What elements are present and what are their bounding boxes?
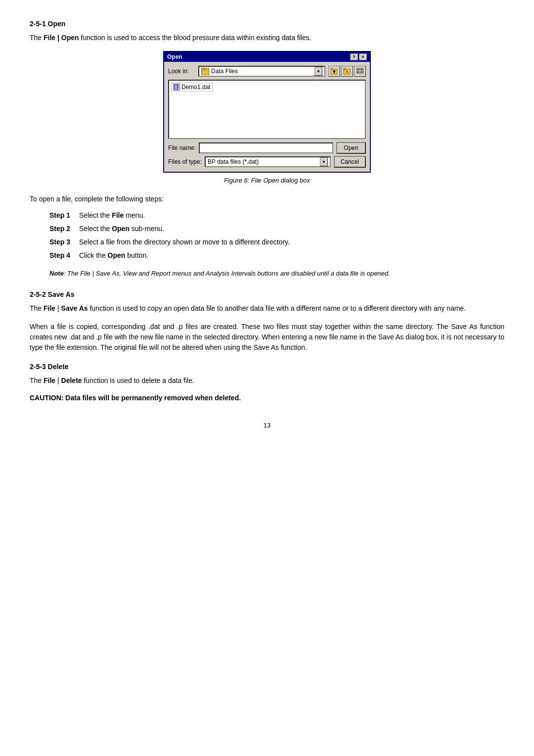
new-folder-button[interactable]: + <box>341 66 353 77</box>
intro-252: The File | Save As function is used to c… <box>30 303 504 314</box>
steps-intro: To open a file, complete the following s… <box>30 194 504 204</box>
look-in-combo[interactable]: Data Files ▼ <box>198 66 325 77</box>
para-252: When a file is copied, corresponding .da… <box>30 322 504 353</box>
titlebar-controls: ? × <box>350 53 367 60</box>
filetype-combo-arrow-icon[interactable]: ▼ <box>320 157 328 166</box>
svg-rect-9 <box>360 68 363 70</box>
step-3: Step 3 Select a file from the directory … <box>49 237 504 247</box>
toolbar-buttons: + <box>328 66 366 77</box>
file-icon <box>173 84 180 91</box>
note-text: Note: The File | Save As, View and Repor… <box>49 270 390 277</box>
note-box: Note: The File | Save As, View and Repor… <box>49 269 485 279</box>
svg-rect-1 <box>202 69 205 70</box>
filename-row: File name: Open <box>168 142 366 154</box>
step-4-text: Click the Open button. <box>79 250 504 261</box>
look-in-value-container: Data Files <box>201 68 238 75</box>
intro-253: The File | Delete function is used to de… <box>30 376 504 386</box>
step-2-text: Select the Open sub-menu. <box>79 224 504 234</box>
filetype-row: Files of type: BP data files (*.dat) ▼ C… <box>168 156 366 168</box>
open-dialog: Open ? × Look in: <box>163 51 371 173</box>
combo-arrow-icon[interactable]: ▼ <box>314 67 322 76</box>
dialog-title: Open <box>167 53 182 60</box>
step-4: Step 4 Click the Open button. <box>49 250 504 261</box>
svg-text:+: + <box>346 70 349 74</box>
up-folder-button[interactable] <box>328 66 340 77</box>
section-heading-253: 2-5-3 Delete <box>30 363 504 371</box>
file-item-demo1[interactable]: Demo1.dat <box>171 83 213 92</box>
section-heading-252: 2-5-2 Save As <box>30 290 504 298</box>
filename-label: File name: <box>168 144 196 151</box>
step-4-label: Step 4 <box>49 250 79 261</box>
step-1-text: Select the File menu. <box>79 210 504 221</box>
step-3-label: Step 3 <box>49 237 79 247</box>
figure-caption: Figure 6: File Open dialog box <box>30 177 504 184</box>
svg-rect-8 <box>356 68 359 70</box>
look-in-row: Look in: Data Files ▼ <box>168 66 366 77</box>
dialog-figure: Open ? × Look in: <box>30 51 504 173</box>
filetype-value: BP data files (*.dat) <box>208 158 259 165</box>
note-content: : The File | Save As, View and Report me… <box>64 270 390 277</box>
caution-text: CAUTION: Data files will be permanently … <box>30 394 504 402</box>
cancel-button[interactable]: Cancel <box>334 156 366 168</box>
step-3-text: Select a file from the directory shown o… <box>79 237 504 247</box>
step-1: Step 1 Select the File menu. <box>49 210 504 221</box>
help-button[interactable]: ? <box>350 53 358 60</box>
steps-list: Step 1 Select the File menu. Step 2 Sele… <box>49 210 504 261</box>
close-button[interactable]: × <box>359 53 367 60</box>
look-in-label: Look in: <box>168 68 195 75</box>
page-number: 13 <box>30 422 504 429</box>
look-in-text: Data Files <box>211 68 238 75</box>
svg-rect-12 <box>175 85 178 89</box>
step-1-label: Step 1 <box>49 210 79 221</box>
dialog-titlebar: Open ? × <box>164 52 370 62</box>
svg-rect-3 <box>331 68 333 70</box>
file-item-name: Demo1.dat <box>181 84 211 91</box>
section-heading-251: 2-5-1 Open <box>30 20 504 28</box>
open-button[interactable]: Open <box>336 142 366 154</box>
filetype-label: Files of type: <box>168 158 202 165</box>
svg-rect-11 <box>360 71 363 73</box>
intro-251: The File | Open function is used to acce… <box>30 33 504 43</box>
view-list-button[interactable] <box>354 66 366 77</box>
svg-rect-10 <box>356 71 359 73</box>
step-2-label: Step 2 <box>49 224 79 234</box>
step-2: Step 2 Select the Open sub-menu. <box>49 224 504 234</box>
dialog-body: Look in: Data Files ▼ <box>164 62 370 172</box>
filetype-combo[interactable]: BP data files (*.dat) ▼ <box>205 156 331 167</box>
note-label: Note <box>49 270 64 277</box>
filename-input[interactable] <box>199 142 333 153</box>
file-list-area[interactable]: Demo1.dat <box>168 80 366 139</box>
folder-icon <box>201 68 209 75</box>
